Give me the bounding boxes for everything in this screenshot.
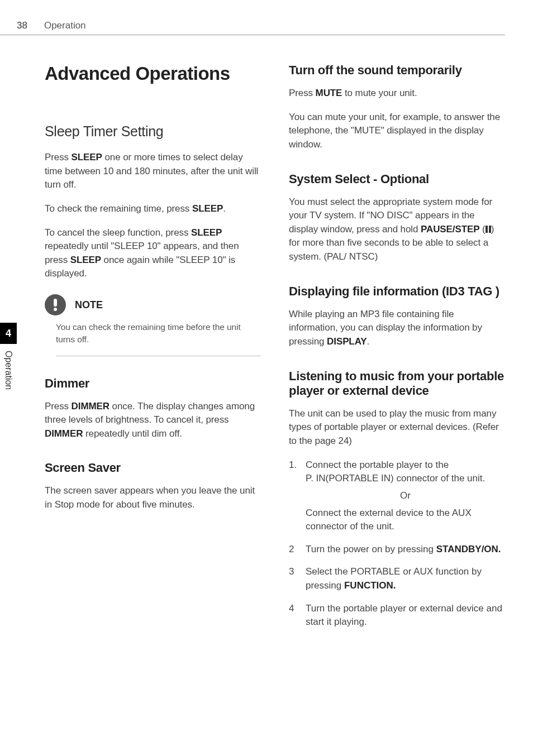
header-section-title: Operation [44, 20, 86, 31]
sleep-p3: To cancel the sleep function, press SLEE… [45, 226, 261, 281]
dimmer-heading: Dimmer [45, 376, 261, 391]
sleep-p1: Press SLEEP one or more times to select … [45, 151, 261, 192]
sleep-timer-heading: Sleep Timer Setting [45, 123, 261, 140]
portable-steps: 1. Connect the portable player to the P.… [289, 458, 505, 629]
screensaver-heading: Screen Saver [45, 461, 261, 475]
page-header: 38 Operation [0, 0, 505, 35]
main-heading: Advanced Operations [45, 63, 261, 84]
right-column: Turn off the sound temporarily Press MUT… [289, 63, 505, 638]
note-header: NOTE [45, 294, 261, 315]
system-p1: You must select the appropriate system m… [289, 195, 505, 264]
mute-heading: Turn off the sound temporarily [289, 63, 505, 78]
list-item: 1. Connect the portable player to the P.… [289, 458, 505, 534]
note-text: You can check the remaining time before … [56, 321, 261, 356]
screensaver-p1: The screen saver appears when you leave … [45, 484, 261, 511]
list-item: 2 Turn the power on by pressing STANDBY/… [289, 543, 505, 557]
pause-icon [486, 226, 491, 233]
mute-p2: You can mute your unit, for example, to … [289, 111, 505, 152]
side-tab-number: 4 [0, 323, 17, 344]
portable-p1: The unit can be used to play the music f… [289, 407, 505, 448]
dimmer-p1: Press DIMMER once. The display changes a… [45, 400, 261, 441]
mute-p1: Press MUTE to mute your unit. [289, 87, 505, 101]
side-tab-label: Operation [3, 348, 13, 392]
note-label: NOTE [75, 299, 103, 311]
id3-heading: Displaying file information (ID3 TAG ) [289, 284, 505, 299]
left-column: Advanced Operations Sleep Timer Setting … [45, 63, 261, 638]
page-number: 38 [17, 20, 27, 31]
list-item: 4 Turn the portable player or external d… [289, 602, 505, 629]
id3-p1: While playing an MP3 file containing fil… [289, 308, 505, 349]
list-item: 3 Select the PORTABLE or AUX function by… [289, 565, 505, 592]
content-area: Advanced Operations Sleep Timer Setting … [0, 35, 533, 638]
side-tab: 4 Operation [0, 323, 17, 392]
system-select-heading: System Select - Optional [289, 172, 505, 186]
sleep-p2: To check the remaining time, press SLEEP… [45, 202, 261, 216]
portable-heading: Listening to music from your portable pl… [289, 369, 505, 398]
note-icon [45, 294, 66, 315]
